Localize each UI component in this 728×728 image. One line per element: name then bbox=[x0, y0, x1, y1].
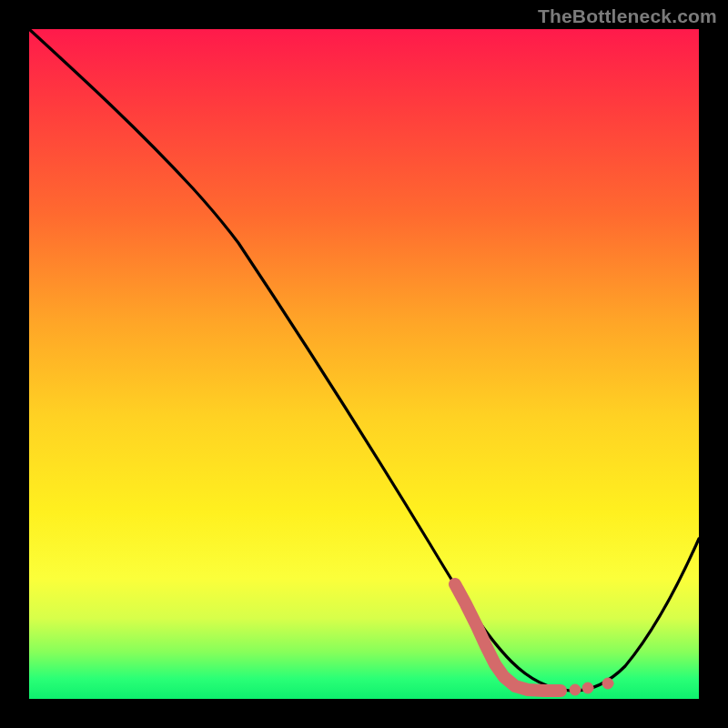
curve-path bbox=[29, 29, 699, 691]
svg-point-2 bbox=[602, 678, 613, 689]
bottleneck-curve bbox=[29, 29, 699, 699]
svg-point-1 bbox=[582, 682, 593, 693]
chart-frame: TheBottleneck.com bbox=[0, 0, 728, 728]
plot-area bbox=[29, 29, 699, 699]
watermark-label: TheBottleneck.com bbox=[538, 5, 717, 27]
svg-point-0 bbox=[570, 684, 581, 695]
